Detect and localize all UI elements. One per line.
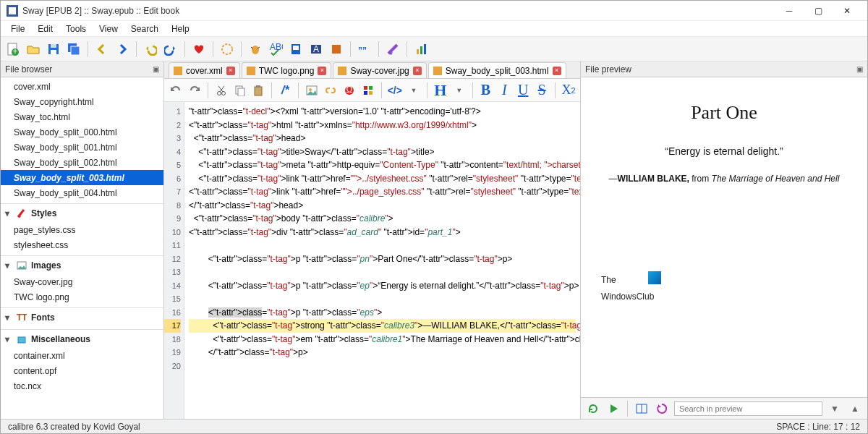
svg-rect-44	[369, 91, 373, 95]
file-item[interactable]: content.opf	[1, 363, 163, 378]
menu-edit[interactable]: Edit	[32, 22, 59, 35]
bold-icon[interactable]: B	[478, 82, 493, 98]
underline-icon[interactable]: U	[516, 82, 530, 98]
italic-icon[interactable]: I	[497, 82, 511, 98]
redo-icon[interactable]	[163, 41, 179, 57]
svg-text:””: ””	[358, 46, 367, 56]
file-item[interactable]: Sway-cover.jpg	[1, 274, 163, 289]
detach-preview-icon[interactable]: ▣	[856, 65, 863, 73]
search-next-icon[interactable]: ▼	[827, 401, 843, 417]
bug-icon[interactable]	[247, 41, 263, 57]
menu-file[interactable]: File	[5, 22, 30, 35]
reload-preview-icon[interactable]	[654, 401, 670, 417]
cover-icon[interactable]	[288, 41, 304, 57]
save-copy-icon[interactable]	[66, 41, 82, 57]
file-item[interactable]: Sway_body_split_002.html	[1, 155, 163, 170]
svg-rect-35	[255, 87, 262, 95]
insert-link-icon[interactable]	[323, 82, 338, 98]
new-file-icon[interactable]: +	[5, 41, 21, 57]
ed-redo-icon[interactable]	[187, 82, 202, 98]
spellcheck-icon[interactable]: ABC	[268, 41, 284, 57]
file-item[interactable]: Sway_body_split_000.html	[1, 124, 163, 140]
menu-view[interactable]: View	[93, 22, 124, 35]
reports-icon[interactable]	[413, 41, 429, 57]
open-file-icon[interactable]	[25, 41, 41, 57]
section-misc[interactable]: ▾Miscellaneous	[1, 329, 163, 348]
font-manager-icon[interactable]: A	[308, 41, 324, 57]
file-item[interactable]: Sway_body_split_001.html	[1, 140, 163, 155]
pretty-print-icon[interactable]: /*	[278, 82, 292, 98]
copy-icon[interactable]	[233, 82, 247, 98]
file-item[interactable]: Sway_body_split_004.html	[1, 185, 163, 200]
svg-rect-28	[247, 67, 255, 75]
forward-icon[interactable]	[114, 41, 130, 57]
subscript-icon[interactable]: X2	[561, 82, 576, 98]
ed-undo-icon[interactable]	[169, 82, 183, 98]
smarten-punctuation-icon[interactable]: ””	[357, 41, 373, 57]
svg-rect-9	[71, 46, 80, 55]
embed-fonts-icon[interactable]	[328, 41, 344, 57]
section-styles[interactable]: ▾Styles	[1, 203, 163, 222]
heading-icon[interactable]: H	[433, 82, 448, 98]
svg-point-32	[221, 91, 225, 95]
detach-panel-icon[interactable]: ▣	[153, 65, 159, 73]
refresh-preview-icon[interactable]	[585, 401, 601, 417]
file-item[interactable]: Sway_copyright.html	[1, 94, 163, 109]
close-tab-icon[interactable]: ×	[226, 67, 235, 75]
svg-text:TTF: TTF	[17, 312, 27, 323]
maximize-button[interactable]: ▢	[804, 2, 833, 20]
file-item[interactable]: page_styles.css	[1, 222, 163, 237]
preview-search-input[interactable]	[674, 401, 822, 416]
menu-help[interactable]: Help	[166, 22, 195, 35]
file-item[interactable]: toc.ncx	[1, 378, 163, 393]
minimize-button[interactable]: ─	[775, 2, 804, 20]
split-preview-icon[interactable]	[634, 401, 650, 417]
insert-image-icon[interactable]	[305, 82, 319, 98]
insert-special-icon[interactable]: Ω	[342, 82, 357, 98]
section-fonts[interactable]: ▾TTFFonts	[1, 307, 163, 326]
heading-dropdown-icon[interactable]: ▼	[452, 82, 467, 98]
file-item[interactable]: Sway_body_split_003.html	[1, 170, 163, 185]
back-icon[interactable]	[94, 41, 110, 57]
code-editor[interactable]: 1234567891011121314151617181920 "t-attr"…	[164, 102, 580, 419]
insert-color-icon[interactable]	[361, 82, 375, 98]
svg-point-11	[252, 46, 259, 54]
close-tab-icon[interactable]: ×	[318, 67, 326, 75]
status-right: SPACE : Line: 17 : 12	[776, 422, 860, 432]
editor-panel: cover.xml×TWC logo.png×Sway-cover.jpg×Sw…	[164, 61, 581, 419]
close-tab-icon[interactable]: ×	[413, 67, 422, 75]
editor-tab[interactable]: Sway_body_split_003.html×	[428, 62, 566, 78]
paste-icon[interactable]	[252, 82, 266, 98]
close-window-button[interactable]: ✕	[833, 2, 861, 20]
remove-unused-css-icon[interactable]	[385, 41, 401, 57]
svg-rect-6	[51, 44, 56, 48]
editor-tab[interactable]: Sway-cover.jpg×	[333, 62, 426, 78]
insert-tag-icon[interactable]: </>	[388, 82, 402, 98]
section-images[interactable]: ▾Images	[1, 255, 163, 274]
insert-tag-dropdown-icon[interactable]: ▼	[407, 82, 421, 98]
preview-heading: Part One	[595, 102, 853, 124]
file-item[interactable]: TWC logo.png	[1, 289, 163, 305]
editor-tab[interactable]: cover.xml×	[169, 62, 240, 78]
play-preview-icon[interactable]	[605, 401, 621, 417]
strikethrough-icon[interactable]: S	[535, 82, 549, 98]
menu-search[interactable]: Search	[125, 22, 164, 35]
file-item[interactable]: container.xml	[1, 348, 163, 363]
menu-tools[interactable]: Tools	[60, 22, 92, 35]
editor-tabs: cover.xml×TWC logo.png×Sway-cover.jpg×Sw…	[164, 61, 580, 79]
search-prev-icon[interactable]: ▲	[847, 401, 863, 417]
menubar: File Edit Tools View Search Help	[1, 21, 867, 37]
svg-rect-29	[338, 67, 346, 75]
svg-rect-21	[417, 49, 419, 54]
save-icon[interactable]	[46, 41, 61, 57]
undo-icon[interactable]	[142, 41, 158, 57]
file-item[interactable]: Sway_toc.html	[1, 109, 163, 124]
editor-tab[interactable]: TWC logo.png×	[242, 62, 332, 78]
heart-icon[interactable]	[191, 41, 207, 57]
main-toolbar: + ABC A ””	[1, 37, 867, 61]
cut-icon[interactable]	[214, 82, 229, 98]
file-item[interactable]: stylesheet.css	[1, 237, 163, 252]
file-item[interactable]: cover.xml	[1, 79, 163, 94]
close-tab-icon[interactable]: ×	[553, 67, 561, 75]
toc-icon[interactable]	[219, 41, 235, 57]
